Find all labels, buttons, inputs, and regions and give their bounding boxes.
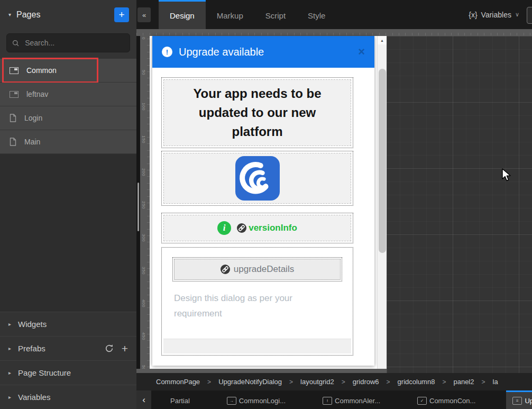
dialog-login-icon: → [227, 397, 236, 405]
dialog-close-icon[interactable]: × [358, 47, 365, 57]
upgrade-details-button[interactable]: upgradeDetails [174, 259, 341, 280]
dialog-panel[interactable]: upgradeDetails Design this dialog as per… [163, 257, 351, 353]
sidebar-section-widgets[interactable]: ▸ Widgets [0, 312, 136, 336]
page-icon [10, 138, 16, 146]
tab-common-login-dialog[interactable]: → CommonLogi... [221, 390, 292, 409]
breadcrumb-item[interactable]: UpgradeNotifyDialog [218, 378, 282, 386]
caret-right-icon: ▸ [8, 346, 11, 351]
collapse-sidebar-button[interactable]: « [137, 7, 151, 22]
clipped-toolbar-button[interactable] [527, 7, 532, 24]
section-label: Widgets [18, 320, 128, 329]
bind-link-icon [237, 223, 246, 233]
design-canvas-region: 0 50 100 150 200 250 300 350 400 450 500… [136, 29, 532, 373]
tab-design[interactable]: Design [159, 0, 206, 29]
chevron-down-icon: ∨ [515, 11, 519, 18]
breadcrumb-item[interactable]: gridrow6 [353, 378, 379, 386]
upgrade-notify-dialog[interactable]: ! Upgrade available × Your app needs to … [152, 36, 374, 366]
scroll-up-arrow[interactable]: ▲ [378, 36, 387, 44]
tab-style[interactable]: Style [297, 0, 336, 29]
page-icon [10, 114, 16, 122]
page-label: Login [24, 114, 42, 122]
panel-footer [163, 339, 351, 353]
ruler-mark: 150 [141, 135, 146, 143]
ruler-mark: 400 [141, 299, 146, 307]
tab-label: CommonCon... [429, 397, 475, 405]
dialog-design-icon: ≡ [512, 397, 522, 405]
add-prefab-icon[interactable]: + [122, 343, 128, 354]
ruler-mark: 50 [141, 70, 146, 75]
breadcrumb-separator: > [442, 378, 446, 386]
breadcrumb-item[interactable]: gridcolumn8 [398, 378, 435, 386]
ruler-mark: 300 [141, 234, 146, 242]
dialog-header[interactable]: ! Upgrade available × [152, 36, 374, 68]
page-item-login[interactable]: Login [0, 106, 136, 130]
tab-label: UpgradeNotif... [525, 397, 532, 405]
refresh-icon[interactable] [105, 344, 114, 353]
breadcrumb-separator: > [207, 378, 211, 386]
bind-link-icon [221, 265, 230, 274]
dialog-alert-icon: ! [323, 397, 332, 405]
section-label: Variables [18, 393, 128, 402]
pages-panel: ▾ Pages + Common leftnav [0, 0, 136, 409]
ruler-mark: 350 [141, 267, 146, 275]
sidebar-scrollbar-thumb[interactable] [137, 183, 139, 231]
pages-caret-down-icon[interactable]: ▾ [8, 12, 11, 17]
tab-common-confirm-dialog[interactable]: ✓ CommonCon... [411, 390, 482, 409]
upgrade-badge-icon: ! [162, 47, 172, 57]
grid-cell-heading[interactable]: Your app needs to be updated to our new … [161, 77, 353, 148]
canvas-scrollbar[interactable]: ▲ [377, 36, 387, 369]
wavemaker-logo-icon[interactable] [235, 156, 280, 201]
page-list: Common leftnav Login Main [0, 59, 136, 154]
partial-icon [10, 91, 19, 98]
grid-cell-picture[interactable] [161, 151, 353, 206]
grid-cell-version-info[interactable]: i versionInfo [161, 213, 353, 243]
sidebar-section-prefabs[interactable]: ▸ Prefabs + [0, 336, 136, 360]
upgrade-details-label: upgradeDetails [234, 264, 294, 275]
tab-common-alert-dialog[interactable]: ! CommonAler... [316, 390, 387, 409]
dialog-confirm-icon: ✓ [417, 397, 427, 405]
tab-scroll-left-button[interactable]: ‹ [136, 390, 151, 409]
dialog-heading-text[interactable]: Your app needs to be updated to our new … [178, 80, 337, 146]
tab-partial[interactable]: Partial [164, 390, 196, 409]
page-item-main[interactable]: Main [0, 130, 136, 154]
breadcrumb-item[interactable]: panel2 [453, 378, 474, 386]
variables-dropdown[interactable]: {x} Variables ∨ [469, 0, 532, 29]
info-icon: i [217, 221, 231, 235]
editor-region: « Design Markup Script Style {x} Variabl… [136, 0, 532, 409]
version-info-binding[interactable]: versionInfo [237, 223, 297, 233]
tab-script[interactable]: Script [254, 0, 297, 29]
widget-breadcrumb: CommonPage > UpgradeNotifyDialog > layou… [136, 373, 532, 390]
breadcrumb-item[interactable]: la [493, 378, 498, 386]
breadcrumb-separator: > [342, 378, 345, 386]
horizontal-ruler [136, 29, 532, 37]
partial-icon [10, 67, 19, 74]
ruler-mark: 100 [141, 103, 146, 111]
search-input[interactable] [24, 38, 124, 48]
upgrade-details-button-cell: upgradeDetails [172, 257, 342, 281]
dialog-body[interactable]: Your app needs to be updated to our new … [152, 68, 374, 366]
design-canvas[interactable]: ! Upgrade available × Your app needs to … [150, 36, 377, 369]
ruler-mark: 200 [141, 168, 146, 176]
ruler-mark: 0 [141, 37, 146, 40]
page-item-leftnav[interactable]: leftnav [0, 83, 136, 106]
page-label: Common [26, 66, 57, 75]
canvas-scrollbar-thumb[interactable] [379, 69, 386, 253]
page-item-common[interactable]: Common [0, 59, 136, 83]
search-icon [12, 39, 19, 47]
grid-cell-panel[interactable]: upgradeDetails Design this dialog as per… [161, 247, 353, 356]
editor-mode-tabs: Design Markup Script Style [159, 0, 336, 29]
breadcrumb-item[interactable]: CommonPage [156, 378, 200, 386]
breadcrumb-separator: > [387, 378, 390, 386]
sidebar-section-page-structure[interactable]: ▸ Page Structure [0, 360, 136, 385]
add-page-button[interactable]: + [114, 7, 129, 22]
caret-right-icon: ▸ [8, 321, 11, 327]
dialog-title: Upgrade available [179, 46, 352, 58]
sidebar-section-variables[interactable]: ▸ Variables [0, 385, 136, 409]
page-label: Main [24, 138, 40, 146]
search-box[interactable] [6, 33, 130, 52]
tab-markup[interactable]: Markup [206, 0, 254, 29]
breadcrumb-item[interactable]: layoutgrid2 [300, 378, 334, 386]
artifact-tabs: Partial → CommonLogi... ! CommonAler... … [164, 390, 532, 409]
tab-upgrade-notify-dialog[interactable]: ≡ UpgradeNotif... [506, 390, 532, 409]
canvas-grid-background [387, 36, 532, 373]
